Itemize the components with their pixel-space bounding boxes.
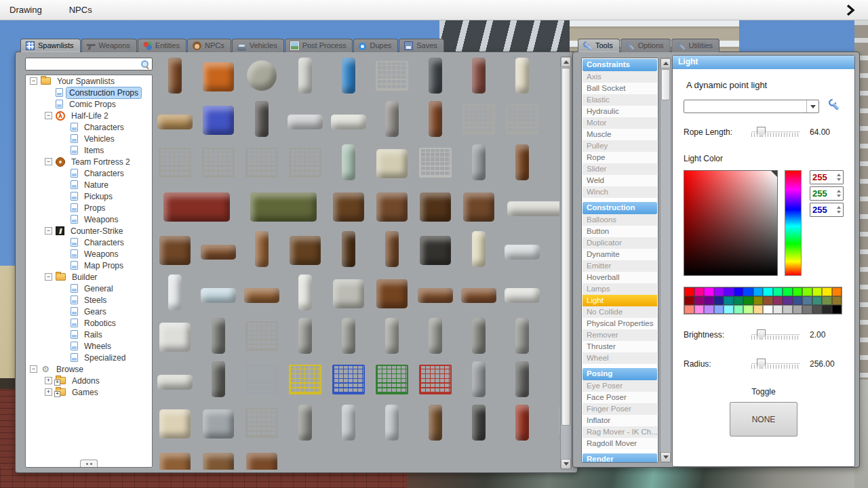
palette-swatch[interactable] [694, 305, 705, 314]
prop-small-frame[interactable] [502, 273, 542, 312]
prop-rust-barrel[interactable] [416, 403, 455, 443]
prop-cage-yellow[interactable] [285, 360, 325, 399]
prop-gravestone-3[interactable] [372, 317, 412, 356]
tab-utilities[interactable]: Utilities [671, 39, 719, 52]
palette-swatch[interactable] [832, 296, 842, 305]
palette-swatch[interactable] [724, 305, 734, 314]
rgb-spinner-g[interactable]: 255 [810, 186, 844, 201]
radius-slider[interactable] [751, 359, 800, 369]
scroll-down-button[interactable] [660, 452, 671, 462]
tree-item-vehicles[interactable]: Vehicles [26, 133, 152, 144]
tree-expander[interactable]: − [45, 158, 52, 165]
tree-item-characters[interactable]: Characters [26, 167, 152, 179]
tree-expander[interactable]: − [45, 112, 52, 119]
tree-item-characters[interactable]: Characters [26, 121, 152, 133]
palette-swatch[interactable] [763, 287, 773, 296]
prop-washer[interactable] [155, 317, 195, 356]
tree-item-builder[interactable]: −Builder [26, 271, 152, 283]
prop-dark-cabinet[interactable] [416, 186, 455, 226]
prop-canoe[interactable] [242, 230, 281, 269]
prop-lamp-post[interactable] [242, 100, 281, 139]
palette-swatch[interactable] [802, 305, 812, 314]
prop-small-cabinet[interactable] [329, 230, 368, 269]
spinner-up-icon[interactable] [837, 206, 841, 209]
prop-sink[interactable] [285, 273, 325, 312]
tree-item-rails[interactable]: Rails [26, 329, 152, 340]
tool-no-collide[interactable]: No Collide [583, 306, 657, 318]
palette-swatch[interactable] [822, 296, 832, 305]
panel-resize-grip[interactable] [80, 460, 98, 468]
tree-item-comic-props[interactable]: Comic Props [26, 98, 152, 110]
prop-blue-chair[interactable] [199, 100, 238, 139]
prop-cage-red[interactable] [416, 360, 455, 399]
prop-metal-panel[interactable] [285, 56, 325, 96]
palette-swatch[interactable] [773, 296, 783, 305]
tab-entities[interactable]: Entities [138, 39, 186, 52]
tool-light[interactable]: Light [583, 295, 657, 306]
menu-item-drawing[interactable]: Drawing [9, 5, 42, 15]
prop-chest-of-drawers[interactable] [372, 186, 412, 226]
palette-swatch[interactable] [783, 296, 793, 305]
tab-postprocess[interactable]: Post Process [285, 39, 353, 52]
prop-pulley-wheel[interactable] [242, 56, 281, 96]
tree-item-team-fortress-2[interactable]: −Team Fortress 2 [26, 156, 152, 167]
tree-item-specialized[interactable]: Specialized [26, 352, 152, 363]
scroll-thumb[interactable] [561, 68, 570, 426]
tree-item-pickups[interactable]: Pickups [26, 190, 152, 202]
chevron-right-icon[interactable] [844, 3, 857, 17]
palette-swatch[interactable] [793, 296, 803, 305]
tree-item-characters[interactable]: Characters [26, 237, 152, 248]
prop-fountain[interactable] [329, 143, 368, 182]
palette-swatch[interactable] [763, 305, 773, 314]
prop-white-shelf-2[interactable] [155, 360, 195, 399]
palette-swatch[interactable] [832, 305, 842, 314]
prop-sofa-red[interactable] [155, 186, 238, 226]
palette-swatch[interactable] [822, 305, 832, 314]
palette-swatch[interactable] [734, 296, 744, 305]
prop-faucet-pipe-2[interactable] [372, 403, 412, 443]
tab-saves[interactable]: Saves [399, 39, 444, 52]
prop-mattress[interactable] [502, 186, 559, 226]
prop-hydrant-pole[interactable] [199, 360, 238, 399]
prop-bar-stool[interactable] [155, 56, 195, 96]
tree-item-wheels[interactable]: Wheels [26, 340, 152, 352]
hue-bar[interactable] [785, 170, 802, 276]
menu-item-npcs[interactable]: NPCs [69, 5, 92, 15]
tool-winch[interactable]: Winch [583, 186, 657, 198]
prop-wood-stove[interactable] [416, 230, 455, 269]
prop-metal-gate[interactable] [242, 317, 281, 356]
tool-hoverball[interactable]: Hoverball [583, 272, 657, 283]
prop-sofa-green[interactable] [242, 186, 325, 226]
tool-muscle[interactable]: Muscle [583, 129, 657, 140]
palette-swatch[interactable] [684, 296, 694, 305]
palette-swatch[interactable] [793, 287, 803, 296]
palette-swatch[interactable] [753, 305, 764, 314]
prop-propane-tank[interactable] [502, 56, 542, 96]
palette-swatch[interactable] [704, 305, 714, 314]
rgb-spinner-b[interactable]: 255 [810, 203, 844, 217]
palette-swatch[interactable] [724, 287, 734, 296]
palette-swatch[interactable] [694, 296, 705, 305]
prop-dark-barrel[interactable] [459, 403, 498, 443]
prop-lampshade[interactable] [155, 403, 195, 443]
prop-blue-barrel[interactable] [329, 56, 368, 96]
prop-wire-fence-4[interactable] [199, 143, 238, 182]
palette-swatch[interactable] [734, 305, 744, 314]
prop-wire-fence-2[interactable] [502, 100, 542, 139]
tool-motor[interactable]: Motor [583, 117, 657, 129]
prop-thin-rod[interactable] [285, 403, 325, 443]
tool-remover[interactable]: Remover [583, 329, 657, 341]
search-input[interactable] [27, 59, 138, 69]
tree-expander[interactable]: − [30, 77, 37, 85]
prop-table-3[interactable] [242, 447, 281, 470]
tool-elastic[interactable]: Elastic [583, 94, 657, 106]
prop-glass-pane[interactable] [199, 273, 238, 312]
prop-dresser[interactable] [329, 186, 368, 226]
palette-swatch[interactable] [694, 287, 705, 296]
prop-metal-bed-frame[interactable] [416, 143, 455, 182]
prop-red-barrel[interactable] [502, 403, 542, 443]
spinner-down-icon[interactable] [837, 178, 841, 181]
palette-swatch[interactable] [773, 305, 783, 314]
palette-swatch[interactable] [743, 305, 753, 314]
tab-tools[interactable]: Tools [578, 39, 620, 52]
